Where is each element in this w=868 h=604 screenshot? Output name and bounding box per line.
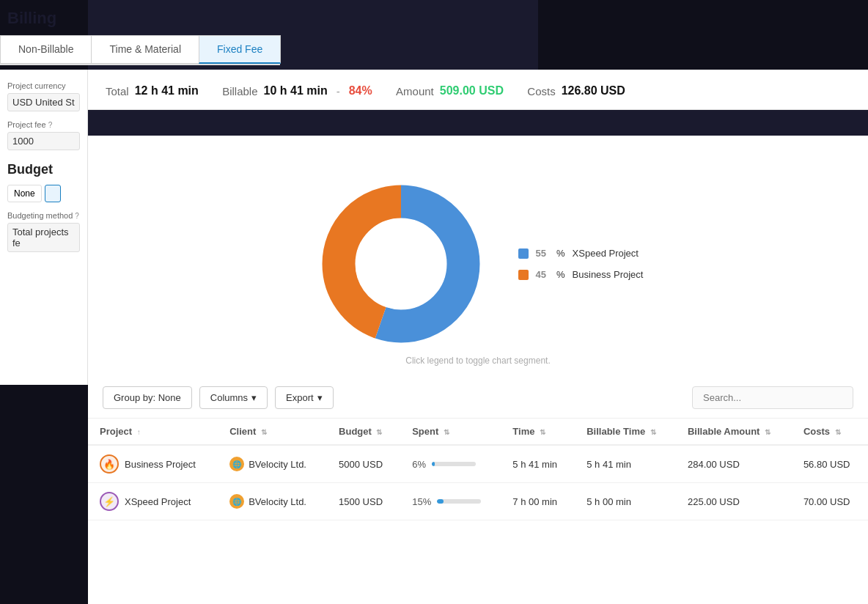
client-name-1: BVelocity Ltd.: [249, 496, 306, 507]
legend-label-xspeed: XSpeed Project: [573, 248, 639, 259]
legend-pct-blue: 55: [536, 248, 546, 259]
stats-panel: Total 12 h 41 min Billable 10 h 41 min -…: [88, 70, 868, 110]
cell-budget-0: 5000 USD: [327, 445, 400, 483]
progress-bar-fill-1: [437, 499, 444, 504]
spent-pct-0: 6%: [412, 459, 426, 470]
tab-time-material[interactable]: Time & Material: [91, 35, 199, 64]
billing-tabs: Non-Billable Time & Material Fixed Fee: [0, 35, 280, 65]
legend-pct-orange: 45: [536, 269, 546, 280]
cell-spent-0: 6%: [400, 445, 501, 483]
legend-label-business: Business Project: [573, 269, 644, 280]
sort-icon-costs: ⇅: [835, 428, 841, 436]
progress-bar-bg-1: [437, 499, 481, 504]
budget-title: Budget: [7, 162, 80, 177]
total-value: 12 h 41 min: [135, 84, 199, 97]
cell-billable-amount-1: 225.00 USD: [676, 483, 792, 520]
col-budget[interactable]: Budget ⇅: [327, 419, 400, 445]
chevron-down-icon-export: ▾: [317, 392, 323, 403]
budget-method-value: Total projects fe: [7, 223, 80, 252]
project-name-0: Business Project: [125, 459, 196, 470]
cell-spent-1: 15%: [400, 483, 501, 520]
page-title: Billing: [7, 9, 56, 28]
currency-label: Project currency: [7, 81, 80, 90]
col-time[interactable]: Time ⇅: [501, 419, 575, 445]
billable-value: 10 h 41 min: [264, 84, 328, 97]
progress-bar-fill-0: [432, 462, 435, 466]
budget-row: None: [7, 185, 80, 202]
svg-text:55%: 55%: [426, 258, 447, 270]
col-spent[interactable]: Spent ⇅: [400, 419, 501, 445]
cell-costs-0: 56.80 USD: [792, 445, 868, 483]
sort-icon-billable-time: ⇅: [650, 428, 656, 436]
legend-item-business[interactable]: 45% Business Project: [518, 269, 644, 280]
project-avatar-0: 🔥: [100, 454, 119, 474]
data-table: Project ↑ Client ⇅ Budget ⇅ Spent ⇅ Time: [88, 419, 868, 520]
client-name-0: BVelocity Ltd.: [249, 459, 306, 470]
sort-icon-billable-amount: ⇅: [765, 428, 770, 436]
cell-project-1: ⚡ XSpeed Project: [88, 483, 218, 520]
svg-text:45%: 45%: [356, 260, 377, 272]
dark-bottom-left: [0, 377, 88, 604]
col-project[interactable]: Project ↑: [88, 419, 218, 445]
budget-active-btn[interactable]: [45, 185, 61, 202]
legend-dot-orange: [518, 270, 529, 280]
amount-value: 509.00 USD: [440, 84, 504, 97]
legend-dot-blue: [518, 248, 529, 259]
sort-icon-client: ⇅: [261, 428, 267, 436]
columns-button[interactable]: Columns ▾: [199, 386, 268, 409]
costs-value: 126.80 USD: [562, 84, 625, 97]
project-avatar-1: ⚡: [100, 492, 119, 511]
budget-none-btn[interactable]: None: [7, 185, 42, 202]
sort-icon-spent: ⇅: [444, 428, 449, 436]
cell-billable-time-0: 5 h 41 min: [575, 445, 676, 483]
costs-label: Costs: [527, 85, 555, 97]
sort-icon-budget: ⇅: [376, 428, 382, 436]
cell-client-1: 🌐 BVelocity Ltd.: [218, 483, 327, 520]
search-input[interactable]: [692, 386, 853, 409]
fee-label: Project fee ?: [7, 120, 80, 129]
cell-client-0: 🌐 BVelocity Ltd.: [218, 445, 327, 483]
total-label: Total: [106, 85, 129, 97]
stats-row: Total 12 h 41 min Billable 10 h 41 min -…: [106, 84, 850, 97]
col-client[interactable]: Client ⇅: [218, 419, 327, 445]
billable-pct: 84%: [349, 84, 372, 97]
sort-icon-time: ⇅: [540, 428, 545, 436]
col-costs[interactable]: Costs ⇅: [792, 419, 868, 445]
left-panel: Project currency USD United St Project f…: [0, 70, 88, 385]
sort-icon-project: ↑: [137, 428, 141, 436]
cell-budget-1: 1500 USD: [327, 483, 400, 520]
col-billable-time[interactable]: Billable Time ⇅: [575, 419, 676, 445]
amount-label: Amount: [396, 85, 434, 97]
table-toolbar: Group by: None Columns ▾ Export ▾: [88, 378, 868, 419]
table-row: ⚡ XSpeed Project 🌐 BVelocity Ltd. 1500 U…: [88, 483, 868, 520]
cell-billable-amount-0: 284.00 USD: [676, 445, 792, 483]
tab-non-billable[interactable]: Non-Billable: [0, 35, 92, 64]
cell-time-0: 5 h 41 min: [501, 445, 575, 483]
table-header-row: Project ↑ Client ⇅ Budget ⇅ Spent ⇅ Time: [88, 419, 868, 445]
cell-costs-1: 70.00 USD: [792, 483, 868, 520]
chart-hint: Click legend to toggle chart segment.: [405, 356, 550, 366]
cell-billable-time-1: 5 h 00 min: [575, 483, 676, 520]
donut-chart: 55% 45%: [313, 176, 489, 352]
spent-pct-1: 15%: [412, 496, 431, 507]
client-avatar-0: 🌐: [229, 457, 244, 471]
group-by-button[interactable]: Group by: None: [103, 386, 192, 409]
cell-project-0: 🔥 Business Project: [88, 445, 218, 483]
cell-time-1: 7 h 00 min: [501, 483, 575, 520]
budget-method-label: Budgeting method ?: [7, 211, 80, 220]
currency-value: USD United St: [7, 93, 80, 111]
chart-wrapper: 55% 45% 55% XSpeed Project 45% Business …: [313, 176, 644, 352]
project-name-1: XSpeed Project: [125, 496, 191, 507]
export-button[interactable]: Export ▾: [275, 386, 334, 409]
fee-value: 1000: [7, 132, 80, 150]
legend-item-xspeed[interactable]: 55% XSpeed Project: [518, 248, 644, 259]
chart-area: 55% 45% 55% XSpeed Project 45% Business …: [88, 136, 868, 378]
table-area: Group by: None Columns ▾ Export ▾ Projec…: [88, 378, 868, 604]
billable-label: Billable: [222, 85, 257, 97]
table-row: 🔥 Business Project 🌐 BVelocity Ltd. 5000…: [88, 445, 868, 483]
chevron-down-icon: ▾: [251, 392, 257, 403]
col-billable-amount[interactable]: Billable Amount ⇅: [676, 419, 792, 445]
tab-fixed-fee[interactable]: Fixed Fee: [199, 35, 281, 64]
progress-bar-bg-0: [432, 462, 476, 466]
top-right-dark: [538, 0, 868, 73]
